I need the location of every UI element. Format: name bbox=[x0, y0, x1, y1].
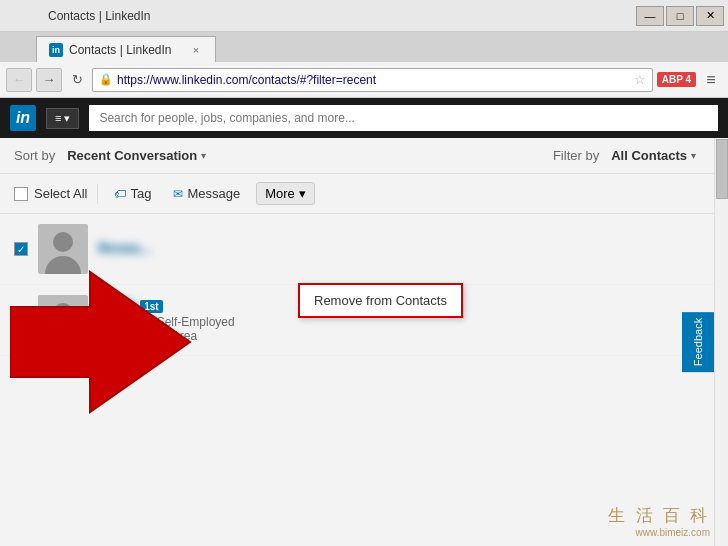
linkedin-header: in ≡ ▾ bbox=[0, 98, 728, 138]
select-all-checkbox-box[interactable] bbox=[14, 187, 28, 201]
watermark-text: 生 活 百 科 bbox=[608, 504, 710, 527]
nav-icon: ≡ bbox=[55, 112, 61, 124]
url-bar[interactable]: 🔒 https://www.linkedin.com/contacts/#?fi… bbox=[92, 68, 653, 92]
forward-button[interactable]: → bbox=[36, 68, 62, 92]
feedback-tab[interactable]: Feedback bbox=[682, 312, 714, 372]
adblock-button[interactable]: ABP 4 bbox=[657, 72, 696, 87]
tag-button[interactable]: 🏷 Tag bbox=[108, 183, 157, 204]
sort-label: Sort by bbox=[14, 148, 55, 163]
contact-avatar-2 bbox=[38, 295, 88, 345]
toolbar-separator bbox=[97, 184, 98, 204]
contact-name-1[interactable]: Resea... bbox=[98, 240, 714, 256]
contact-location-2: City, Missouri Area bbox=[98, 329, 714, 343]
tab-close-button[interactable]: × bbox=[189, 43, 203, 57]
filter-value[interactable]: All Contacts bbox=[611, 148, 687, 163]
contact-row: ✓ Resea... bbox=[0, 214, 728, 285]
nav-arrow: ▾ bbox=[64, 112, 70, 125]
window-titlebar: Contacts | LinkedIn — □ ✕ bbox=[0, 0, 728, 32]
sort-dropdown-arrow[interactable]: ▾ bbox=[201, 150, 206, 161]
reload-button[interactable]: ↻ bbox=[66, 69, 88, 91]
message-label: Message bbox=[187, 186, 240, 201]
lock-icon: 🔒 bbox=[99, 73, 113, 86]
scrollbar[interactable] bbox=[714, 138, 728, 546]
window-title: Contacts | LinkedIn bbox=[48, 9, 151, 23]
tag-icon: 🏷 bbox=[114, 187, 126, 201]
contact-info-1: Resea... bbox=[98, 240, 714, 258]
more-arrow: ▾ bbox=[299, 186, 306, 201]
select-all-label: Select All bbox=[34, 186, 87, 201]
maximize-button[interactable]: □ bbox=[666, 6, 694, 26]
tab-title: Contacts | LinkedIn bbox=[69, 43, 172, 57]
filter-label: Filter by bbox=[553, 148, 599, 163]
avatar-person-2 bbox=[38, 295, 88, 345]
close-button[interactable]: ✕ bbox=[696, 6, 724, 26]
avatar-person-1 bbox=[38, 224, 88, 274]
avatar-body-2 bbox=[45, 327, 81, 345]
contact-checkbox-1[interactable]: ✓ bbox=[14, 242, 28, 256]
contacts-toolbar: Select All 🏷 Tag ✉ Message More ▾ bbox=[0, 174, 728, 214]
more-label: More bbox=[265, 186, 295, 201]
linkedin-search-input[interactable] bbox=[89, 105, 718, 131]
avatar-body bbox=[45, 256, 81, 274]
contact-avatar-1 bbox=[38, 224, 88, 274]
more-button[interactable]: More ▾ bbox=[256, 182, 315, 205]
message-icon: ✉ bbox=[173, 187, 183, 201]
app-window: Contacts | LinkedIn — □ ✕ in Contacts | … bbox=[0, 0, 728, 546]
scrollbar-thumb[interactable] bbox=[716, 139, 728, 199]
contact-name-2[interactable]: Eddie bbox=[98, 297, 136, 313]
degree-badge: 1st bbox=[140, 300, 162, 313]
back-button[interactable]: ← bbox=[6, 68, 32, 92]
url-text: https://www.linkedin.com/contacts/#?filt… bbox=[117, 73, 630, 87]
linkedin-body: Sort by Recent Conversation ▾ Filter by … bbox=[0, 138, 728, 546]
sort-filter-bar: Sort by Recent Conversation ▾ Filter by … bbox=[0, 138, 728, 174]
watermark-subtext: www.bimeiz.com bbox=[608, 527, 710, 538]
select-all-checkbox[interactable]: Select All bbox=[14, 186, 87, 201]
linkedin-logo[interactable]: in bbox=[10, 105, 36, 131]
remove-from-contacts-item[interactable]: Remove from Contacts bbox=[300, 285, 461, 316]
tab-bar: in Contacts | LinkedIn × bbox=[0, 32, 728, 62]
dropdown-menu: Remove from Contacts bbox=[298, 283, 463, 318]
contact-checkbox-2[interactable]: ✓ bbox=[14, 313, 28, 327]
sort-value[interactable]: Recent Conversation bbox=[67, 148, 197, 163]
address-bar: ← → ↻ 🔒 https://www.linkedin.com/contact… bbox=[0, 62, 728, 98]
active-tab[interactable]: in Contacts | LinkedIn × bbox=[36, 36, 216, 62]
watermark: 生 活 百 科 www.bimeiz.com bbox=[608, 504, 710, 538]
tag-label: Tag bbox=[130, 186, 151, 201]
linkedin-nav-button[interactable]: ≡ ▾ bbox=[46, 108, 79, 129]
minimize-button[interactable]: — bbox=[636, 6, 664, 26]
browser-menu-button[interactable]: ≡ bbox=[700, 69, 722, 91]
message-button[interactable]: ✉ Message bbox=[167, 183, 246, 204]
tab-favicon: in bbox=[49, 43, 63, 57]
bookmark-icon[interactable]: ☆ bbox=[634, 72, 646, 87]
avatar-head bbox=[53, 232, 73, 252]
filter-dropdown-arrow[interactable]: ▾ bbox=[691, 150, 696, 161]
content-area: Sort by Recent Conversation ▾ Filter by … bbox=[0, 138, 728, 546]
window-controls: — □ ✕ bbox=[636, 6, 724, 26]
avatar-head-2 bbox=[53, 303, 73, 323]
